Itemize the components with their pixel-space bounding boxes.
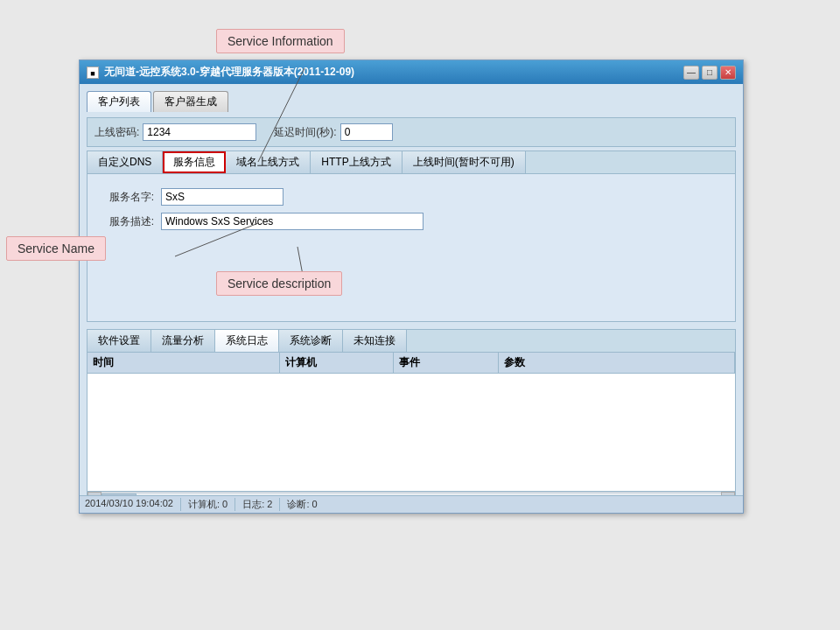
tab-traffic-analysis[interactable]: 流量分析 <box>151 330 215 352</box>
log-col-time: 时间 <box>88 353 280 373</box>
service-desc-row: 服务描述: <box>102 213 721 230</box>
log-col-event: 事件 <box>394 353 499 373</box>
tab-client-list[interactable]: 客户列表 <box>87 91 151 112</box>
tab-http-online[interactable]: HTTP上线方式 <box>311 151 402 173</box>
close-button[interactable]: ✕ <box>720 66 736 80</box>
service-name-row: 服务名字: <box>102 188 721 206</box>
code-label: 上线密码: <box>94 125 139 140</box>
title-bar-left: ■ 无间道-远控系统3.0-穿越代理服务器版本(2011-12-09) <box>87 65 354 80</box>
content-panel: 服务名字: 服务描述: <box>87 173 736 322</box>
title-bar: ■ 无间道-远控系统3.0-穿越代理服务器版本(2011-12-09) — □ … <box>80 60 743 84</box>
tab-system-log[interactable]: 系统日志 <box>215 330 279 352</box>
sub-tabs-row: 自定义DNS 服务信息 域名上线方式 HTTP上线方式 上线时间(暂时不可用) <box>87 150 736 173</box>
minimize-button[interactable]: — <box>683 66 699 80</box>
log-col-param: 参数 <box>499 353 735 373</box>
status-datetime: 2014/03/10 19:04:02 <box>85 498 181 511</box>
delay-label: 延迟时间(秒): <box>274 125 336 140</box>
service-desc-label: 服务描述: <box>102 214 154 229</box>
bottom-tabs-row: 软件设置 流量分析 系统日志 系统诊断 未知连接 <box>87 329 736 352</box>
tab-unknown-conn[interactable]: 未知连接 <box>343 330 407 352</box>
status-computer: 计算机: 0 <box>188 498 235 511</box>
delay-input[interactable] <box>340 123 393 141</box>
log-body[interactable] <box>88 374 735 487</box>
credentials-row: 上线密码: 延迟时间(秒): <box>87 117 736 147</box>
service-desc-input[interactable] <box>161 213 424 230</box>
log-panel: 时间 计算机 事件 参数 <box>87 352 736 492</box>
bottom-section: 软件设置 流量分析 系统日志 系统诊断 未知连接 时间 计算机 事件 参数 ◀ <box>87 329 736 506</box>
tab-online-time[interactable]: 上线时间(暂时不可用) <box>402 151 526 173</box>
service-fields: 服务名字: 服务描述: <box>102 188 721 230</box>
status-log: 日志: 2 <box>242 498 280 511</box>
tab-client-gen[interactable]: 客户器生成 <box>153 91 228 112</box>
delay-field-group: 延迟时间(秒): <box>274 123 392 141</box>
code-input[interactable] <box>143 123 256 141</box>
log-col-computer: 计算机 <box>280 353 394 373</box>
maximize-button[interactable]: □ <box>702 66 718 80</box>
status-diag: 诊断: 0 <box>287 498 324 511</box>
tab-software-settings[interactable]: 软件设置 <box>88 330 151 352</box>
title-bar-buttons: — □ ✕ <box>683 66 736 80</box>
top-tabs: 客户列表 客户器生成 <box>87 91 736 112</box>
service-information-annotation: Service Information <box>216 29 345 53</box>
service-name-annotation: Service Name <box>6 236 106 261</box>
service-name-input[interactable] <box>161 188 284 206</box>
window-icon: ■ <box>87 66 99 79</box>
tab-service-info[interactable]: 服务信息 <box>163 151 226 173</box>
service-name-label: 服务名字: <box>102 190 154 205</box>
tab-domain-online[interactable]: 域名上线方式 <box>226 151 311 173</box>
main-window: ■ 无间道-远控系统3.0-穿越代理服务器版本(2011-12-09) — □ … <box>79 60 744 514</box>
log-header: 时间 计算机 事件 参数 <box>88 353 735 374</box>
code-field-group: 上线密码: <box>94 123 256 141</box>
service-description-annotation: Service description <box>216 271 342 296</box>
tab-system-diag[interactable]: 系统诊断 <box>279 330 343 352</box>
window-content: 客户列表 客户器生成 上线密码: 延迟时间(秒): 自定义DNS 服务信息 域名… <box>80 84 743 513</box>
window-title: 无间道-远控系统3.0-穿越代理服务器版本(2011-12-09) <box>104 65 354 80</box>
status-bar: 2014/03/10 19:04:02 计算机: 0 日志: 2 诊断: 0 <box>80 495 743 513</box>
tab-custom-dns[interactable]: 自定义DNS <box>88 151 163 173</box>
